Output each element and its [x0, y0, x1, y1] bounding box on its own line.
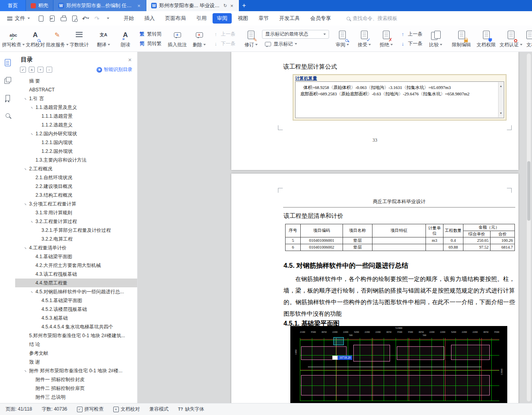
cad-drawing-foundation-plan[interactable]: 51900 2100350040502200220032002200220040…: [290, 326, 507, 403]
document-page-34[interactable]: 商丘工学院本科毕业设计 该工程垫层清单和计价 序号 项目编码 项目名称 项目特征…: [231, 174, 518, 403]
smart-recognize-toc-button[interactable]: 智能识别目录: [97, 66, 132, 73]
toc-expand-all-button[interactable]: +: [37, 67, 43, 73]
new-tab-button[interactable]: +: [239, 0, 249, 11]
toc-item[interactable]: 1.引 言: [15, 94, 137, 103]
spell-check-button[interactable]: abc✓ 拼写检查: [2, 26, 24, 51]
toc-expand-arrow[interactable]: [24, 166, 29, 172]
save-button[interactable]: [36, 14, 46, 23]
toc-item[interactable]: 2.3.结构工程概况: [15, 191, 137, 200]
table-row[interactable]: 6010401006002垫层69.8897.526814.7: [286, 244, 515, 251]
review-button[interactable]: 审阅: [331, 26, 353, 51]
prev-change-button[interactable]: ↑上一条: [397, 30, 425, 38]
prev-comment-button[interactable]: ↑上一条: [210, 30, 238, 38]
file-menu-button[interactable]: 文件: [4, 13, 33, 24]
tab-view[interactable]: 视图: [233, 13, 252, 24]
toc-item[interactable]: 1.2.1.国内现状: [15, 138, 137, 147]
close-tab-icon[interactable]: ×: [136, 3, 141, 9]
toc-item[interactable]: 4.3.该工程筏板基础: [15, 270, 137, 279]
thumbnails-pane-button[interactable]: [2, 75, 13, 85]
show-markup-button[interactable]: 显示标记: [262, 40, 329, 48]
spell-check-status[interactable]: ✓拼写检查: [77, 406, 104, 413]
toc-item[interactable]: 1.1.1.选题背景: [15, 112, 137, 121]
find-pane-button[interactable]: [2, 110, 13, 121]
word-count-button[interactable]: 字数统计: [68, 26, 90, 51]
toc-item[interactable]: 4.5.3.桩基础: [15, 314, 137, 322]
toc-item[interactable]: 1.3.主要内容和设计方法: [15, 156, 137, 164]
tab-membership[interactable]: 会员专享: [306, 13, 335, 24]
calc-box-content[interactable]: 体积=68.9258〈原始体积〉-0.063〈扣地沟〉-3.1631〈扣集水坑〉…: [295, 81, 504, 118]
toc-collapse-all-button[interactable]: −: [46, 67, 52, 73]
toc-item[interactable]: ABSTRACT: [15, 85, 137, 94]
missing-font-indicator[interactable]: T?缺失字体: [178, 406, 204, 413]
trad-to-simp-button[interactable]: 繁繁转简: [136, 30, 164, 38]
correction-service-button[interactable]: ✎ 批改服务: [46, 26, 68, 51]
close-panel-icon[interactable]: ×: [128, 56, 132, 63]
simp-to-trad-button[interactable]: 简简转繁: [136, 40, 164, 48]
pricing-table[interactable]: 序号 项目编码 项目名称 项目特征 计量单位 工程数量 金额（元） 综合单价 合…: [285, 224, 515, 251]
toc-item[interactable]: 2.工程概况: [15, 164, 137, 173]
tab-section[interactable]: 章节: [254, 13, 273, 24]
document-tab-taskbook[interactable]: W 郑州市荥阳市秦...价编制 任务书 ×: [53, 0, 146, 11]
toc-expand-arrow[interactable]: [30, 219, 35, 224]
tab-review[interactable]: 审阅: [213, 13, 232, 24]
home-tab[interactable]: 首页: [0, 0, 26, 11]
toc-item[interactable]: 1.2.2.国外现状: [15, 147, 137, 156]
read-aloud-button[interactable]: A» 朗读: [114, 26, 136, 51]
tab-insert[interactable]: 插入: [140, 13, 159, 24]
toc-item[interactable]: 5.郑州市荥阳市秦淮住宅 0-1 地块 2#楼建筑...: [15, 331, 137, 340]
more-commands-button[interactable]: [103, 14, 113, 23]
revision-state-dropdown[interactable]: 显示标记的最终状态: [262, 30, 329, 39]
docer-tab[interactable]: 稻壳: [26, 0, 53, 11]
toc-item[interactable]: 摘 要: [15, 77, 137, 85]
convert-button[interactable]: [47, 14, 57, 23]
toc-item[interactable]: 2.2.建设项目概况: [15, 182, 137, 191]
toc-item[interactable]: 附件 郑州市荥阳市秦淮住宅 0-1 地块 2#楼...: [15, 366, 137, 375]
toc-item[interactable]: 3.2.工程量计算过程: [15, 217, 137, 226]
toc-item[interactable]: 3.1.常用计算规则: [15, 208, 137, 217]
close-tab-icon[interactable]: ×: [229, 3, 234, 9]
contents-pane-button[interactable]: [2, 57, 13, 68]
clipped-ribbon-button[interactable]: 文档: [523, 26, 532, 51]
scroll-down-icon[interactable]: ▼: [500, 110, 502, 117]
redo-button[interactable]: ↷: [92, 14, 102, 23]
document-scrollbar[interactable]: [527, 53, 531, 401]
document-tab-thesis-active[interactable]: W 郑州市荥阳市秦... 毕业设计论文 ↻ ×: [146, 0, 239, 11]
toc-item[interactable]: 3.2.1.手算部分工程量及计价过程: [15, 226, 137, 235]
scrollbar-thumb[interactable]: [527, 161, 530, 220]
accept-button[interactable]: ✓ 接受: [353, 26, 375, 51]
next-comment-button[interactable]: ↓下一条: [210, 40, 238, 48]
toc-expand-arrow[interactable]: [24, 96, 29, 101]
print-preview-button[interactable]: [70, 14, 79, 23]
toc-item[interactable]: 1.1.2.选题意义: [15, 121, 137, 129]
toc-expand-arrow[interactable]: [30, 105, 35, 110]
toc-item[interactable]: 4.2.大开挖土方要套用大型机械: [15, 261, 137, 270]
toc-item[interactable]: 参考文献: [15, 349, 137, 358]
toc-item[interactable]: 4.工程量清单计价: [15, 243, 137, 252]
reject-button[interactable]: ✗ 拒绝: [375, 26, 397, 51]
tab-page-layout[interactable]: 页面布局: [161, 13, 190, 24]
toc-item[interactable]: 2.1.自然环境状况: [15, 173, 137, 182]
document-page-33[interactable]: 该工程垫层计算公式 计算机算量 体积=68.9258〈原始体积〉-0.063〈扣…: [231, 52, 518, 170]
tab-start[interactable]: 开始: [119, 13, 138, 24]
undo-button[interactable]: ↶: [81, 14, 91, 23]
print-button[interactable]: [59, 14, 68, 23]
toc-expand-arrow[interactable]: [24, 202, 29, 207]
restrict-edit-button[interactable]: 限制编辑: [449, 26, 474, 51]
doc-permission-button[interactable]: 文档权限: [474, 26, 499, 51]
toc-select-all-button[interactable]: ✓: [20, 67, 26, 73]
tab-references[interactable]: 引用: [192, 13, 211, 24]
scroll-up-icon[interactable]: ▲: [500, 83, 502, 89]
toc-item[interactable]: 3.2.2.电算工程: [15, 235, 137, 243]
next-change-button[interactable]: ↓下一条: [397, 40, 425, 48]
word-count-indicator[interactable]: 字数: 40736: [41, 406, 67, 413]
toc-item[interactable]: 4.1.基础梁平面图: [15, 252, 137, 261]
document-canvas[interactable]: 该工程垫层计算公式 计算机算量 体积=68.9258〈原始体积〉-0.063〈扣…: [138, 52, 532, 403]
toc-expand-arrow[interactable]: [30, 289, 35, 294]
toc-item[interactable]: 4.5.1.基础梁平面图: [15, 296, 137, 305]
compat-mode-indicator[interactable]: 兼容模式: [150, 406, 169, 413]
calc-box-scrollbar[interactable]: ▲ ▼: [498, 82, 503, 117]
toc-item[interactable]: 结 论: [15, 340, 137, 349]
command-search-box[interactable]: 查找命令、搜索模板: [347, 15, 398, 22]
toc-expand-arrow[interactable]: [24, 245, 29, 251]
toc-item[interactable]: 4.5.2.该楼层筏板基础: [15, 305, 137, 314]
